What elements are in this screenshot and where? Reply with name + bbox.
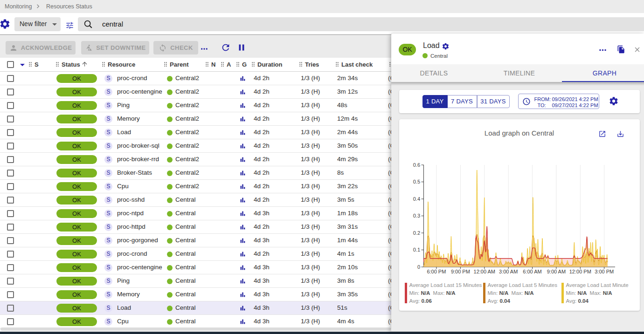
svg-text:9:00 AM: 9:00 AM [547,269,565,274]
svg-text:9:00 PM: 9:00 PM [450,269,470,274]
svg-text:0.3: 0.3 [413,213,420,218]
svg-text:0.5: 0.5 [413,179,420,184]
svg-text:3:00 AM: 3:00 AM [499,269,518,274]
svg-text:0.4: 0.4 [413,196,420,202]
svg-text:0: 0 [417,264,420,270]
svg-text:6:00 PM: 6:00 PM [427,269,446,274]
svg-text:12:00 AM: 12:00 AM [473,269,495,274]
svg-text:3:00 PM: 3:00 PM [595,269,614,274]
svg-text:0.1: 0.1 [413,247,420,252]
svg-text:12:00 PM: 12:00 PM [569,269,591,274]
svg-text:6:00 AM: 6:00 AM [523,269,541,274]
svg-text:0.6: 0.6 [413,162,420,168]
svg-text:0.2: 0.2 [413,230,420,236]
